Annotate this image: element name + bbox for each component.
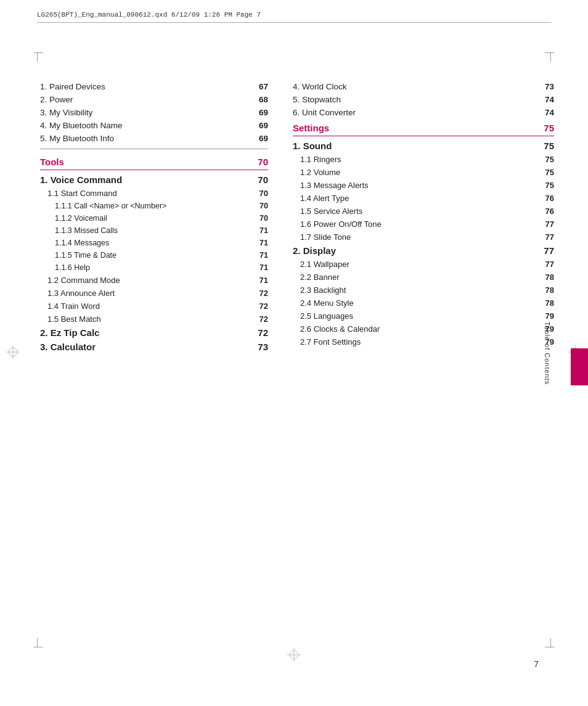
left-column: 1. Paired Devices 67 2. Power 68 3. My V…	[40, 80, 268, 354]
section-settings: Settings 75	[293, 119, 554, 136]
toc-item-time-date: 1.1.5 Time & Date 71	[40, 249, 268, 261]
toc-item-font-settings: 2.7 Font Settings 79	[293, 335, 554, 348]
toc-item-banner: 2.2 Banner 78	[293, 271, 554, 284]
toc-item-voicemail: 1.1.2 Voicemail 70	[40, 212, 268, 224]
header-text: LG265(BPT)_Eng_manual_090612.qxd 6/12/09…	[37, 11, 261, 18]
toc-item-voice-command: 1. Voice Command 70	[40, 173, 268, 187]
toc-item-alert-type: 1.4 Alert Type 76	[293, 192, 554, 205]
toc-item-service-alerts: 1.5 Service Alerts 76	[293, 205, 554, 218]
toc-item-clocks-calendar: 2.6 Clocks & Calendar 79	[293, 322, 554, 335]
right-column: 4. World Clock 73 5. Stopwatch 74 6. Uni…	[268, 80, 554, 354]
toc-item-volume: 1.2 Volume 75	[293, 166, 554, 179]
toc-item-backlight: 2.3 Backlight 78	[293, 284, 554, 297]
corner-mark-bl-v	[37, 638, 38, 647]
toc-item-menu-style: 2.4 Menu Style 78	[293, 297, 554, 310]
toc-item-unit-converter: 6. Unit Converter 74	[293, 106, 554, 119]
section-tools: Tools 70	[40, 153, 268, 170]
toc-item-start-command: 1.1 Start Command 70	[40, 187, 268, 200]
toc-item-best-match: 1.5 Best Match 72	[40, 313, 268, 326]
corner-mark-tl-v	[37, 52, 38, 62]
toc-item-train-word: 1.4 Train Word 72	[40, 300, 268, 313]
divider	[40, 149, 268, 149]
content-area: 1. Paired Devices 67 2. Power 68 3. My V…	[40, 80, 554, 354]
corner-mark-tr-h	[545, 52, 554, 53]
toc-item-message-alerts: 1.3 Message Alerts 75	[293, 179, 554, 192]
side-tab	[571, 348, 588, 385]
toc-item-my-visibility: 3. My Visibility 69	[40, 106, 268, 119]
toc-item-help: 1.1.6 Help 71	[40, 261, 268, 274]
toc-item-my-bluetooth-name: 4. My Bluetooth Name 69	[40, 119, 268, 132]
center-bottom-crosshair	[287, 648, 301, 664]
toc-item-slide-tone: 1.7 Slide Tone 77	[293, 231, 554, 244]
toc-item-announce-alert: 1.3 Announce Alert 72	[40, 287, 268, 300]
toc-item-display: 2. Display 77	[293, 244, 554, 258]
toc-item-paired-devices: 1. Paired Devices 67	[40, 80, 268, 93]
toc-item-power-on-off-tone: 1.6 Power On/Off Tone 77	[293, 218, 554, 231]
toc-item-stopwatch: 5. Stopwatch 74	[293, 93, 554, 106]
corner-mark-br-v	[550, 638, 551, 647]
toc-item-messages: 1.1.4 Messages 71	[40, 237, 268, 249]
toc-item-call-name-number: 1.1.1 Call <Name> or <Number> 70	[40, 200, 268, 212]
toc-item-ringers: 1.1 Ringers 75	[293, 153, 554, 166]
toc-item-languages: 2.5 Languages 79	[293, 310, 554, 322]
left-center-crosshair	[6, 345, 20, 361]
toc-item-sound: 1. Sound 75	[293, 139, 554, 153]
corner-mark-bl-h	[34, 647, 43, 647]
page-number: 7	[534, 659, 539, 669]
toc-item-power: 2. Power 68	[40, 93, 268, 106]
page-header: LG265(BPT)_Eng_manual_090612.qxd 6/12/09…	[37, 11, 551, 23]
toc-item-wallpaper: 2.1 Wallpaper 77	[293, 258, 554, 271]
toc-item-ez-tip-calc: 2. Ez Tip Calc 72	[40, 326, 268, 340]
toc-item-my-bluetooth-info: 5. My Bluetooth Info 69	[40, 132, 268, 145]
toc-item-command-mode: 1.2 Command Mode 71	[40, 274, 268, 287]
toc-item-calculator: 3. Calculator 73	[40, 340, 268, 354]
toc-item-missed-calls: 1.1.3 Missed Calls 71	[40, 224, 268, 237]
corner-mark-tl-h	[34, 52, 43, 53]
toc-item-world-clock: 4. World Clock 73	[293, 80, 554, 93]
corner-mark-tr-v	[550, 52, 551, 62]
corner-mark-br-h	[545, 647, 554, 647]
